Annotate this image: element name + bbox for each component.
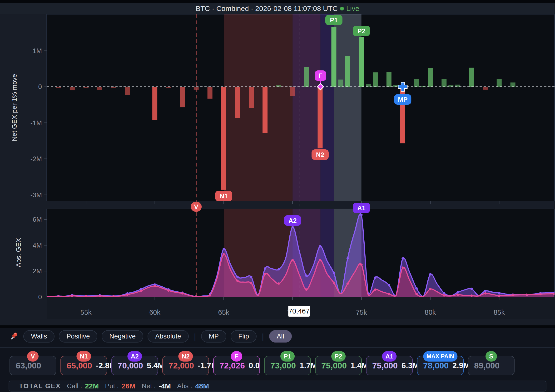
abs-secondary-point xyxy=(498,294,500,297)
abs-secondary-point xyxy=(181,292,183,294)
abs-secondary-point xyxy=(333,282,335,284)
level-card-v[interactable]: V63,000 xyxy=(9,356,56,375)
marker-badge-P1[interactable]: P1 xyxy=(325,15,343,25)
charts-panel[interactable]: 1M0-1M-2M-3M02M4M6M55k60k65k70k75k80k85k… xyxy=(0,14,555,325)
marker-badge-A1[interactable]: A1 xyxy=(353,203,370,213)
level-card-p2[interactable]: P275,0001.4M xyxy=(315,356,362,375)
level-card-p1[interactable]: P173,0001.7M xyxy=(264,356,311,375)
price-tooltip-label: 70,467 xyxy=(288,307,310,315)
filter-button-flip[interactable]: Flip xyxy=(231,330,256,342)
netgex-bar-71000[interactable] xyxy=(304,67,309,87)
level-card-a1[interactable]: A175,0006.3M xyxy=(366,356,413,375)
total-item-put: Put :26M xyxy=(105,382,135,390)
card-strike: 75,000 xyxy=(321,361,347,370)
netgex-bar-77000[interactable] xyxy=(387,72,392,87)
abs-secondary-point xyxy=(443,294,445,297)
totals-bar: TOTAL GEX Call :22MPut :26MNet :-4MAbs :… xyxy=(8,381,547,392)
badge-label: MP xyxy=(398,96,408,103)
marker-badge-P2[interactable]: P2 xyxy=(353,26,370,36)
level-card-s[interactable]: S89,000 xyxy=(468,356,515,375)
netgex-bar-65000[interactable] xyxy=(221,87,226,190)
bottom-ylabel: Abs. GEX xyxy=(15,238,22,267)
header-bar: BTC · Combined · 2026-02-08 11:07:08 UTC… xyxy=(0,3,555,14)
abs-total-point xyxy=(415,287,418,290)
netgex-bar-66000[interactable] xyxy=(235,87,240,118)
card-value: 5.4M xyxy=(147,361,164,370)
level-card-n1[interactable]: N165,000-2.8M xyxy=(60,356,107,375)
netgex-bar-73000[interactable] xyxy=(331,27,336,87)
card-strike: 75,000 xyxy=(372,361,398,370)
abs-total-point xyxy=(291,226,294,228)
gex-charts-svg[interactable]: 1M0-1M-2M-3M02M4M6M55k60k65k70k75k80k85k… xyxy=(0,14,555,325)
netgex-bar-58000[interactable] xyxy=(125,87,130,95)
level-card-a2[interactable]: A270,0005.4M xyxy=(111,356,158,375)
abs-total-point xyxy=(319,245,321,247)
netgex-bar-64000[interactable] xyxy=(208,87,212,99)
marker-badge-V[interactable]: V xyxy=(191,202,202,212)
abs-secondary-point xyxy=(44,295,46,298)
level-card-n2[interactable]: N272,000-1.7M xyxy=(162,356,209,375)
bottom-ytick-label: 2M xyxy=(33,267,42,275)
filter-button-negative[interactable]: Negative xyxy=(102,330,143,342)
card-badge: P1 xyxy=(280,351,295,362)
card-value: 0.0 xyxy=(249,361,260,370)
abs-secondary-point xyxy=(223,253,225,256)
abs-total-point xyxy=(498,292,500,294)
netgex-bar-79000[interactable] xyxy=(414,79,419,87)
abs-total-point xyxy=(374,276,376,279)
netgex-bar-73500[interactable] xyxy=(338,80,343,87)
netgex-bar-82000[interactable] xyxy=(455,85,460,87)
netgex-bar-70000[interactable] xyxy=(290,87,295,96)
top-ytick-label: -1M xyxy=(30,119,42,127)
marker-badge-A2[interactable]: A2 xyxy=(284,215,301,226)
filter-controls: WallsPositiveNegativeAbsolute|MPFlip|All xyxy=(8,330,292,342)
marker-badge-N2[interactable]: N2 xyxy=(312,149,329,160)
netgex-bar-75500[interactable] xyxy=(366,84,371,87)
marker-badge-N1[interactable]: N1 xyxy=(215,191,232,201)
abs-secondary-point xyxy=(250,282,253,284)
abs-secondary-point xyxy=(526,293,528,296)
abs-secondary-point xyxy=(167,289,170,292)
netgex-bar-62000[interactable] xyxy=(180,87,185,107)
netgex-bar-75000[interactable] xyxy=(359,37,364,86)
netgex-bar-67000[interactable] xyxy=(249,87,254,108)
card-badge: S xyxy=(486,351,497,362)
netgex-bar-80000[interactable] xyxy=(428,68,433,87)
badge-label: P2 xyxy=(358,28,365,35)
abs-secondary-point xyxy=(126,293,129,296)
filter-button-absolute[interactable]: Absolute xyxy=(147,330,189,342)
netgex-bar-56000[interactable] xyxy=(97,87,102,90)
bottom-ytick-label: 0 xyxy=(38,293,42,301)
abs-total-point xyxy=(305,274,307,277)
netgex-bar-84000[interactable] xyxy=(483,87,488,90)
netgex-bar-86000[interactable] xyxy=(511,83,516,87)
price-tooltip: 70,467 xyxy=(288,306,310,317)
abs-secondary-point xyxy=(415,292,418,295)
total-item-value: 26M xyxy=(122,382,135,390)
filter-button-all[interactable]: All xyxy=(269,330,292,342)
abs-secondary-point xyxy=(484,292,486,294)
filter-button-mp[interactable]: MP xyxy=(201,330,226,342)
xtick-label: 80k xyxy=(425,308,436,316)
netgex-bar-74000[interactable] xyxy=(345,56,350,87)
abs-total-point xyxy=(429,273,431,275)
live-dot-icon xyxy=(340,7,344,10)
filter-button-positive[interactable]: Positive xyxy=(59,330,97,342)
netgex-bar-60000[interactable] xyxy=(152,87,157,120)
card-strike: 72,026 xyxy=(219,361,245,370)
netgex-bar-68000[interactable] xyxy=(263,87,268,133)
netgex-bar-76000[interactable] xyxy=(373,72,378,87)
level-card-f[interactable]: F72,0260.0 xyxy=(213,356,260,375)
netgex-bar-72000[interactable] xyxy=(318,87,323,149)
netgex-bar-54000[interactable] xyxy=(70,87,75,90)
netgex-bar-85000[interactable] xyxy=(497,79,502,87)
top-ytick-label: -2M xyxy=(30,155,42,163)
pushpin-icon[interactable] xyxy=(8,331,19,342)
abs-total-point xyxy=(443,292,445,294)
netgex-bar-83000[interactable] xyxy=(469,68,474,87)
gex-dashboard: BTC · Combined · 2026-02-08 11:07:08 UTC… xyxy=(0,0,555,392)
filter-button-walls[interactable]: Walls xyxy=(23,330,54,342)
netgex-bar-81000[interactable] xyxy=(441,79,446,87)
level-card-max-pain[interactable]: MAX PAIN78,0002.9M xyxy=(417,356,464,375)
top-ytick-label: 1M xyxy=(33,47,42,55)
